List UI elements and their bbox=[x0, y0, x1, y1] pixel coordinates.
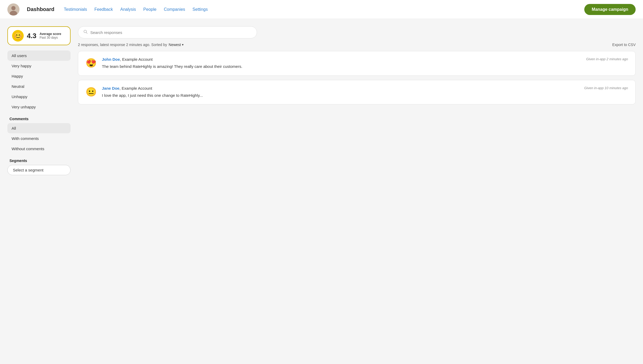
content-area: 2 responses, latest response 2 minutes a… bbox=[78, 26, 636, 357]
nav-companies[interactable]: Companies bbox=[164, 7, 185, 12]
score-label: Average score Past 30 days bbox=[39, 32, 61, 39]
response-card-2: 😐 Jane Doe, Example Account Given in-app… bbox=[78, 80, 636, 105]
sidebar-filter-all-users[interactable]: All users bbox=[7, 50, 71, 61]
response-name-1: John Doe, Example Account bbox=[102, 57, 153, 62]
response-body-2: Jane Doe, Example Account Given in-app 1… bbox=[102, 86, 628, 99]
sidebar-filter-unhappy[interactable]: Unhappy bbox=[7, 92, 71, 102]
sidebar-filter-very-unhappy[interactable]: Very unhappy bbox=[7, 102, 71, 112]
segments-section-label: Segments bbox=[7, 154, 71, 165]
response-emoji-2: 😐 bbox=[86, 87, 97, 97]
comments-filter-with[interactable]: With comments bbox=[7, 133, 71, 144]
results-summary: 2 responses, latest response 2 minutes a… bbox=[78, 43, 184, 47]
response-time-1: Given in-app 2 minutes ago bbox=[586, 57, 628, 61]
response-account-2: , Example Account bbox=[120, 86, 152, 90]
comments-filter-all[interactable]: All bbox=[7, 123, 71, 133]
sidebar: 😊 4.3 Average score Past 30 days All use… bbox=[7, 26, 71, 357]
export-csv-button[interactable]: Export to CSV bbox=[612, 43, 636, 47]
results-text: 2 responses, latest response 2 minutes a… bbox=[78, 43, 167, 47]
nav-links: Testimonials Feedback Analysis People Co… bbox=[64, 7, 577, 12]
response-body-1: John Doe, Example Account Given in-app 2… bbox=[102, 57, 628, 70]
nav-settings[interactable]: Settings bbox=[192, 7, 208, 12]
comments-section-label: Comments bbox=[7, 112, 71, 123]
manage-campaign-button[interactable]: Manage campaign bbox=[584, 4, 636, 15]
score-number: 4.3 bbox=[27, 32, 36, 40]
response-account-1: , Example Account bbox=[120, 57, 152, 62]
response-user-link-2[interactable]: Jane Doe bbox=[102, 86, 120, 90]
nav-feedback[interactable]: Feedback bbox=[95, 7, 113, 12]
response-header-1: John Doe, Example Account Given in-app 2… bbox=[102, 57, 628, 62]
select-segment-button[interactable]: Select a segment bbox=[7, 165, 71, 175]
avatar bbox=[7, 3, 19, 16]
sidebar-filter-happy[interactable]: Happy bbox=[7, 71, 71, 81]
chevron-down-icon: ▾ bbox=[182, 43, 184, 47]
response-text-2: I love the app, I just need this one cha… bbox=[102, 93, 628, 99]
sort-dropdown[interactable]: Newest ▾ bbox=[169, 43, 184, 47]
nav-testimonials[interactable]: Testimonials bbox=[64, 7, 87, 12]
search-icon bbox=[83, 30, 88, 35]
main-layout: 😊 4.3 Average score Past 30 days All use… bbox=[0, 19, 643, 364]
comments-filter-without[interactable]: Without comments bbox=[7, 144, 71, 154]
response-header-2: Jane Doe, Example Account Given in-app 1… bbox=[102, 86, 628, 90]
sidebar-filter-very-happy[interactable]: Very happy bbox=[7, 61, 71, 71]
nav-title: Dashboard bbox=[27, 6, 54, 12]
score-emoji: 😊 bbox=[12, 30, 24, 42]
results-bar: 2 responses, latest response 2 minutes a… bbox=[78, 43, 636, 47]
navbar: Dashboard Testimonials Feedback Analysis… bbox=[0, 0, 643, 19]
search-bar bbox=[78, 26, 257, 38]
svg-line-4 bbox=[86, 33, 87, 34]
nav-analysis[interactable]: Analysis bbox=[120, 7, 136, 12]
response-card: 😍 John Doe, Example Account Given in-app… bbox=[78, 51, 636, 76]
response-user-link-1[interactable]: John Doe bbox=[102, 57, 120, 62]
response-name-2: Jane Doe, Example Account bbox=[102, 86, 152, 90]
response-emoji-1: 😍 bbox=[86, 58, 97, 68]
svg-point-1 bbox=[11, 6, 16, 10]
search-input[interactable] bbox=[90, 30, 251, 35]
sidebar-filter-neutral[interactable]: Neutral bbox=[7, 81, 71, 92]
response-time-2: Given in-app 10 minutes ago bbox=[584, 86, 628, 90]
nav-people[interactable]: People bbox=[143, 7, 156, 12]
response-text-1: The team behind RateHighly is amazing! T… bbox=[102, 64, 628, 70]
score-badge: 😊 4.3 Average score Past 30 days bbox=[7, 26, 71, 45]
sort-label: Newest bbox=[169, 43, 181, 47]
